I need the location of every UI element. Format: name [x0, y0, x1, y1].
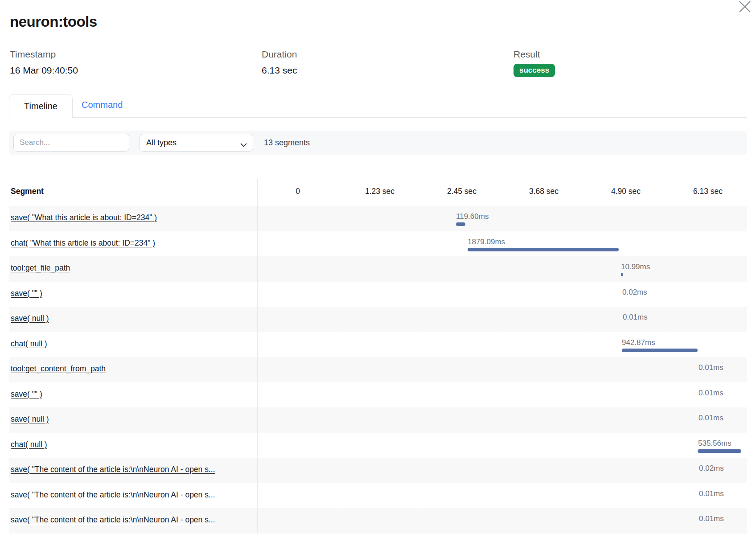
tab-command[interactable]: Command — [82, 100, 123, 110]
type-filter-value: All types — [146, 134, 177, 151]
close-button[interactable] — [737, 0, 753, 14]
type-filter-select[interactable]: All types — [140, 134, 253, 152]
segment-duration-label: 0.01ms — [698, 414, 723, 423]
table-row: chat( null ) 535.56ms — [9, 433, 747, 458]
segment-duration-label: 0.01ms — [623, 313, 648, 322]
segment-link[interactable]: save( "The content of the article is:\n\… — [11, 515, 215, 525]
table-row: chat( "What this article is about: ID=23… — [9, 231, 747, 257]
segment-duration-label: 0.01ms — [699, 489, 724, 498]
segment-duration-label: 0.02ms — [699, 464, 724, 473]
table-row: tool:get_file_path 10.99ms — [9, 256, 747, 282]
meta-result: Result success — [514, 49, 555, 77]
segment-duration-label: 0.02ms — [622, 288, 647, 297]
duration-label: Duration — [262, 49, 297, 60]
result-label: Result — [514, 49, 555, 60]
segment-link[interactable]: save( "" ) — [11, 289, 42, 298]
search-input[interactable] — [13, 134, 129, 152]
trace-detail-dialog: neuron:tools Timestamp 16 Mar 09:40:50 D… — [0, 0, 756, 542]
segment-duration-label: 10.99ms — [621, 263, 650, 271]
segment-duration-label: 1879.09ms — [468, 238, 505, 246]
axis-tick-label: 4.90 sec — [611, 187, 641, 196]
table-row: save( "The content of the article is:\n\… — [9, 458, 747, 483]
duration-value: 6.13 sec — [262, 65, 297, 76]
filter-bar: All types 13 segments — [9, 131, 747, 155]
page-title: neuron:tools — [10, 13, 97, 30]
timeline-rows: save( "What this article is about: ID=23… — [9, 206, 747, 534]
table-row: save( "What this article is about: ID=23… — [9, 206, 747, 231]
segment-link[interactable]: save( "What this article is about: ID=23… — [11, 213, 157, 222]
segment-link[interactable]: chat( null ) — [11, 339, 47, 349]
tabs-underline — [9, 117, 747, 118]
segments-count: 13 segments — [264, 131, 310, 155]
meta-duration: Duration 6.13 sec — [262, 49, 297, 76]
axis-tick-label: 1.23 sec — [365, 187, 394, 196]
segment-duration-bar — [456, 222, 465, 226]
segment-duration-label: 0.01ms — [698, 389, 723, 398]
segment-duration-label: 0.01ms — [698, 363, 723, 372]
segment-link[interactable]: save( null ) — [11, 314, 49, 323]
table-row: save( "" ) 0.02ms — [9, 282, 747, 307]
timestamp-label: Timestamp — [10, 49, 78, 60]
meta-timestamp: Timestamp 16 Mar 09:40:50 — [10, 49, 78, 76]
segment-duration-bar — [622, 349, 698, 352]
segment-link[interactable]: tool:get_content_from_path — [11, 364, 106, 374]
segment-link[interactable]: chat( null ) — [11, 440, 47, 449]
status-badge: success — [514, 64, 555, 77]
table-row: chat( null ) 942.87ms — [9, 332, 747, 357]
timeline-axis-divider — [257, 179, 258, 206]
segment-duration-bar — [698, 449, 741, 453]
tab-timeline[interactable]: Timeline — [9, 94, 73, 118]
axis-tick-label: 0 — [296, 187, 300, 196]
close-icon — [738, 1, 752, 13]
segment-duration-bar — [621, 273, 623, 276]
segment-duration-label: 942.87ms — [622, 338, 655, 347]
table-row: save( "The content of the article is:\n\… — [9, 483, 747, 509]
segment-link[interactable]: save( "The content of the article is:\n\… — [11, 465, 215, 474]
timestamp-value: 16 Mar 09:40:50 — [10, 65, 78, 76]
segment-link[interactable]: chat( "What this article is about: ID=23… — [11, 238, 155, 248]
table-row: save( null ) 0.01ms — [9, 407, 747, 433]
chevron-down-icon — [240, 141, 247, 149]
axis-tick-label: 6.13 sec — [693, 187, 723, 196]
axis-tick-label: 2.45 sec — [447, 187, 477, 196]
table-row: save( "The content of the article is:\n\… — [9, 508, 747, 534]
segment-duration-bar — [468, 248, 619, 251]
segment-duration-label: 535.56ms — [698, 439, 731, 448]
table-row: save( "" ) 0.01ms — [9, 382, 747, 408]
table-row: save( null ) 0.01ms — [9, 307, 747, 332]
table-row: tool:get_content_from_path 0.01ms — [9, 357, 747, 382]
segment-link[interactable]: tool:get_file_path — [11, 263, 70, 273]
segment-link[interactable]: save( "" ) — [11, 390, 42, 399]
segment-link[interactable]: save( null ) — [11, 415, 49, 424]
segment-link[interactable]: save( "The content of the article is:\n\… — [11, 490, 215, 500]
segment-duration-label: 119.60ms — [456, 212, 489, 221]
segment-duration-label: 0.01ms — [699, 514, 724, 523]
segment-column-header: Segment — [11, 187, 44, 196]
axis-tick-label: 3.68 sec — [529, 187, 559, 196]
